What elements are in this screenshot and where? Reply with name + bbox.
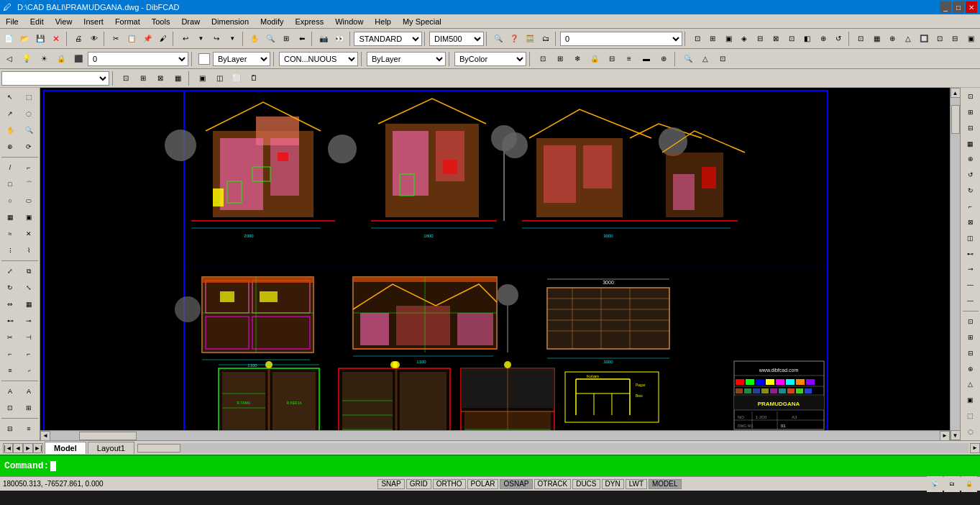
lt-xline[interactable]: ✕ (20, 226, 37, 242)
scroll-track-horizontal[interactable] (50, 431, 940, 441)
menu-help[interactable]: Help (369, 14, 397, 28)
tab-layout1[interactable]: Layout1 (88, 442, 134, 454)
menu-express[interactable]: Express (289, 14, 329, 28)
layer-color-btn[interactable]: ⬛ (70, 51, 86, 67)
extra14[interactable]: ▣ (963, 31, 979, 47)
restore-button[interactable]: □ (953, 1, 964, 13)
dyn-button[interactable]: DYN (602, 479, 624, 489)
lwt-button[interactable]: LWT (626, 479, 647, 489)
lt-text[interactable]: A (1, 383, 19, 399)
zoom-in-tb[interactable]: 🔍 (680, 51, 696, 67)
lt-rotate[interactable]: ↻ (1, 280, 19, 296)
open-button[interactable]: 📂 (17, 31, 32, 47)
horizontal-scrollbar[interactable]: ◄ ► (40, 430, 950, 440)
rt-btn5[interactable]: ⊕ (963, 152, 979, 166)
lt-trim[interactable]: ✂ (1, 329, 19, 345)
extra9[interactable]: ⊕ (884, 31, 899, 47)
lt-mline[interactable]: ⫶ (1, 242, 19, 258)
tab-last-btn[interactable]: ►| (33, 443, 43, 453)
ducs-button[interactable]: DUCS (572, 479, 600, 489)
tab-first-btn[interactable]: |◄ (3, 443, 13, 453)
anno-update[interactable]: ⊡ (715, 51, 731, 67)
dimstyle-combo[interactable]: DIM500 (429, 32, 484, 46)
view-extra3[interactable]: ⊡ (784, 31, 799, 47)
lt-block[interactable]: ⊞ (20, 400, 37, 416)
menu-draw[interactable]: Draw (175, 14, 206, 28)
scroll-thumb-vertical[interactable] (951, 105, 960, 134)
view-right-btn[interactable]: ▣ (721, 31, 736, 47)
menu-window[interactable]: Window (329, 14, 369, 28)
extra11[interactable]: 🔲 (916, 31, 931, 47)
help-btn[interactable]: ❓ (507, 31, 522, 47)
view-top-btn[interactable]: ⊡ (690, 31, 705, 47)
extra10[interactable]: △ (900, 31, 915, 47)
menu-view[interactable]: View (50, 14, 78, 28)
rt-btn4[interactable]: ▦ (963, 137, 979, 151)
lt-move[interactable]: ⤢ (1, 263, 19, 279)
layer-prev-btn[interactable]: ◁ (1, 51, 17, 67)
minimize-button[interactable]: _ (940, 1, 951, 13)
new-button[interactable]: 📄 (1, 31, 17, 47)
lt-lasso[interactable]: ◌ (20, 106, 37, 122)
close-file-button[interactable]: ✕ (49, 31, 64, 47)
lt-offset[interactable]: ≡ (1, 363, 19, 378)
layer-walk-btn[interactable]: ⊡ (535, 51, 551, 67)
cut-button[interactable]: ✂ (109, 31, 124, 47)
comm-center-btn[interactable]: 📡 (927, 476, 943, 492)
grid-button[interactable]: GRID (406, 479, 431, 489)
rt-btn10[interactable]: ◫ (963, 231, 979, 245)
extra8[interactable]: ▦ (869, 31, 884, 47)
tab-hscroll-thumb[interactable] (137, 444, 180, 452)
lt-ellipse[interactable]: ⬭ (20, 193, 37, 209)
lt-arc[interactable]: ⌒ (20, 176, 37, 192)
tab-prev-btn[interactable]: ◄ (13, 443, 23, 453)
zoom-save-button[interactable]: 📷 (316, 31, 331, 47)
tb3-btn2[interactable]: ⊞ (135, 70, 151, 86)
lockui-btn[interactable]: 🔒 (961, 476, 977, 492)
tb3-btn8[interactable]: 🗒 (246, 70, 262, 86)
menu-file[interactable]: File (0, 14, 24, 28)
menu-format[interactable]: Format (109, 14, 146, 28)
tb3-btn4[interactable]: ▦ (170, 70, 186, 86)
tb3-btn5[interactable]: ▣ (194, 70, 210, 86)
view-extra6[interactable]: ↺ (831, 31, 846, 47)
lt-layermgr[interactable]: ≡ (20, 421, 37, 437)
ortho-button[interactable]: ORTHO (433, 479, 466, 489)
lt-break[interactable]: ⌿ (20, 363, 37, 378)
otrack-button[interactable]: OTRACK (534, 479, 572, 489)
lock-btn[interactable]: 🔒 (587, 51, 603, 67)
osnap-button[interactable]: OSNAP (500, 479, 532, 489)
scroll-up-btn[interactable]: ▲ (951, 88, 961, 98)
palette-btn[interactable]: 🗂 (538, 31, 553, 47)
print-preview-button[interactable]: 👁 (86, 31, 101, 47)
redo-button[interactable]: ↪ (209, 31, 224, 47)
matchprop-button[interactable]: 🖌 (156, 31, 171, 47)
rt-btn19[interactable]: △ (963, 377, 979, 391)
snap-button[interactable]: SNAP (377, 479, 404, 489)
lt-pan[interactable]: ✋ (1, 122, 19, 138)
lt-scale[interactable]: ⤡ (20, 280, 37, 296)
view-button[interactable]: 👀 (332, 31, 347, 47)
pan-realtime-button[interactable]: ✋ (247, 31, 262, 47)
rt-btn20[interactable]: ▣ (963, 393, 979, 407)
vertical-scrollbar[interactable]: ▲ ▼ (950, 88, 960, 440)
color-combo[interactable]: ByLayer (213, 52, 270, 66)
lineweight-combo[interactable]: ByLayer (367, 52, 446, 66)
lt-select[interactable]: ⬚ (20, 89, 37, 105)
freeze-btn[interactable]: ❄ (569, 51, 585, 67)
linewtmore-btn[interactable]: ▬ (638, 51, 654, 67)
rt-btn18[interactable]: ⊕ (963, 362, 979, 376)
linetypemore-btn[interactable]: ≡ (621, 51, 637, 67)
zoom-realtime-button[interactable]: 🔍 (262, 31, 278, 47)
tb3-btn3[interactable]: ⊠ (152, 70, 168, 86)
lt-mtext[interactable]: A (20, 383, 37, 399)
tab-scroll-right[interactable]: ► (970, 443, 980, 453)
lt-arrow[interactable]: ↗ (1, 106, 19, 122)
undo-button[interactable]: ↩ (178, 31, 193, 47)
close-button[interactable]: ✕ (966, 1, 977, 13)
plotmore-btn[interactable]: ⊕ (656, 51, 672, 67)
search-btn[interactable]: 🔍 (491, 31, 506, 47)
quickcalc-btn[interactable]: 🧮 (522, 31, 537, 47)
rt-btn7[interactable]: ↻ (963, 183, 979, 198)
model-button[interactable]: MODEL (649, 479, 682, 489)
